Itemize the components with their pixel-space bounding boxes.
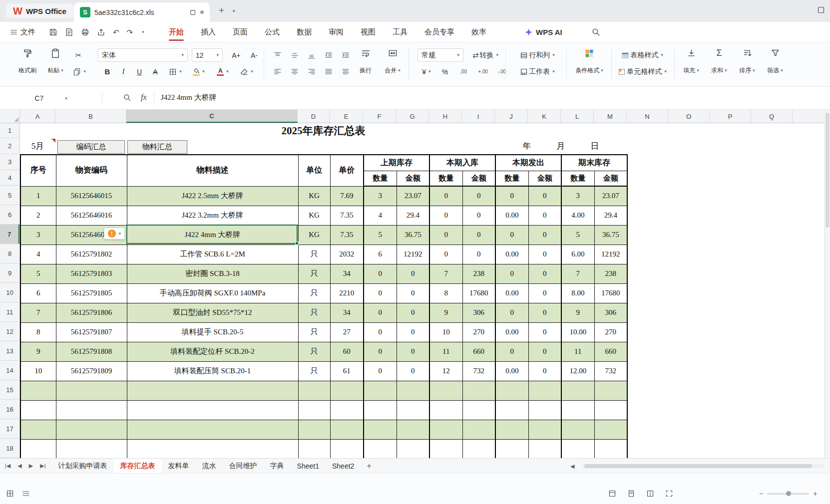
cell[interactable]: [56, 439, 127, 458]
cell[interactable]: [127, 439, 298, 458]
cell[interactable]: [528, 381, 561, 400]
sheet-tab-计划采购申请表[interactable]: 计划采购申请表: [52, 459, 114, 474]
decrease-indent-button[interactable]: [321, 48, 337, 62]
cell[interactable]: 0: [429, 206, 462, 225]
cell[interactable]: 8: [429, 283, 462, 303]
italic-button[interactable]: I: [116, 65, 131, 78]
save-button[interactable]: [49, 28, 57, 36]
cell[interactable]: 只: [298, 264, 330, 283]
cell[interactable]: 56125646015: [56, 186, 127, 206]
cell[interactable]: 732: [462, 361, 495, 381]
row-header-8[interactable]: 8: [0, 244, 19, 263]
cell[interactable]: [397, 381, 429, 400]
cell[interactable]: 0: [364, 264, 397, 283]
cell[interactable]: 5: [364, 225, 397, 245]
add-sheet-button[interactable]: +: [361, 462, 377, 471]
cell[interactable]: 238: [594, 264, 627, 283]
cell[interactable]: [56, 420, 127, 439]
zoom-formula-button[interactable]: [123, 93, 131, 102]
column-header-O[interactable]: O: [668, 110, 710, 123]
cell[interactable]: 0: [397, 361, 429, 381]
cell[interactable]: 0: [462, 206, 495, 225]
window-controls-icon[interactable]: [817, 6, 825, 14]
cell[interactable]: [56, 381, 127, 400]
sheet-tab-Sheet2[interactable]: Sheet2: [326, 459, 361, 474]
wps-home-button[interactable]: W WPS Office: [6, 3, 73, 18]
cell[interactable]: 10.00: [561, 322, 594, 342]
header-qty[interactable]: 数量: [364, 171, 397, 186]
cell[interactable]: 3: [20, 225, 56, 245]
cell[interactable]: [495, 420, 528, 439]
cell[interactable]: [298, 400, 330, 420]
cut-button[interactable]: ✂: [70, 48, 87, 62]
tab-split-handle[interactable]: ◀: [570, 459, 574, 474]
cell[interactable]: 8.00: [561, 283, 594, 303]
cell[interactable]: 只: [298, 342, 330, 361]
number-format-select[interactable]: 常规 ▾: [417, 48, 463, 62]
document-tab[interactable]: S 5ae332c31c6c2.xls: [74, 2, 210, 22]
cell[interactable]: [397, 400, 429, 420]
cell[interactable]: 0: [364, 322, 397, 342]
cell[interactable]: KG: [298, 186, 330, 206]
sheet-tab-字典[interactable]: 字典: [264, 459, 291, 474]
cell[interactable]: 0.00: [495, 283, 528, 303]
row-header-4[interactable]: 4: [0, 170, 19, 186]
cell[interactable]: 0: [528, 186, 561, 206]
align-right-button[interactable]: [304, 65, 320, 78]
menu-视图[interactable]: 视图: [361, 27, 376, 37]
cell[interactable]: 10: [20, 361, 56, 381]
cell[interactable]: 2: [20, 206, 56, 225]
cell[interactable]: 只: [298, 283, 330, 303]
column-header-J[interactable]: J: [495, 110, 528, 123]
date-line-cell[interactable]: 年 月 日: [495, 138, 627, 154]
cell[interactable]: 61: [330, 361, 364, 381]
name-box[interactable]: C7 ▾: [4, 91, 98, 106]
column-header-C[interactable]: C: [126, 110, 298, 123]
align-center-button[interactable]: [287, 65, 303, 78]
cell[interactable]: 29.4: [594, 206, 627, 225]
cell[interactable]: 7.35: [330, 225, 364, 245]
cell[interactable]: [127, 420, 298, 439]
cell[interactable]: 0.00: [495, 206, 528, 225]
column-header-F[interactable]: F: [363, 110, 396, 123]
cell[interactable]: [20, 381, 56, 400]
cell[interactable]: [20, 400, 56, 420]
cell[interactable]: 0: [462, 225, 495, 245]
quick-access-caret-icon[interactable]: ▾: [142, 30, 144, 34]
header-unit[interactable]: 单位: [298, 155, 330, 186]
cell[interactable]: 56125791805: [56, 283, 127, 303]
borders-button[interactable]: ▾: [165, 65, 186, 78]
cell[interactable]: [56, 400, 127, 420]
cell[interactable]: [561, 381, 594, 400]
decrease-decimal-button[interactable]: -.00: [493, 65, 510, 78]
normal-view-icon[interactable]: [608, 490, 616, 498]
font-size-select[interactable]: 12 ▾: [192, 48, 223, 62]
cell[interactable]: [594, 381, 627, 400]
header-amount[interactable]: 金额: [397, 171, 429, 186]
cell[interactable]: 0: [528, 225, 561, 245]
header-qty[interactable]: 数量: [495, 171, 528, 186]
cell[interactable]: 11: [429, 342, 462, 361]
row-header-16[interactable]: 16: [0, 400, 19, 419]
header-desc[interactable]: 物料描述: [127, 155, 298, 186]
cell[interactable]: 0.00: [495, 245, 528, 264]
undo-button[interactable]: ↶: [113, 28, 119, 36]
cell[interactable]: 56125791803: [56, 264, 127, 283]
cell[interactable]: 0: [397, 264, 429, 283]
cell[interactable]: 17680: [594, 283, 627, 303]
cell[interactable]: 0: [462, 245, 495, 264]
cell[interactable]: 9: [429, 303, 462, 322]
cell[interactable]: [495, 381, 528, 400]
file-menu-button[interactable]: 文件: [10, 26, 35, 38]
cell[interactable]: 6: [20, 283, 56, 303]
header-code[interactable]: 物资编码: [56, 155, 127, 186]
cell[interactable]: 只: [298, 245, 330, 264]
row-header-12[interactable]: 12: [0, 322, 19, 341]
cell[interactable]: 60: [330, 342, 364, 361]
cell[interactable]: 只: [298, 361, 330, 381]
cell[interactable]: 36.75: [594, 225, 627, 245]
search-button[interactable]: [591, 27, 600, 36]
column-header-P[interactable]: P: [710, 110, 751, 123]
filter-button[interactable]: 筛选▾: [762, 46, 788, 77]
last-sheet-button[interactable]: ▶|: [40, 463, 45, 469]
